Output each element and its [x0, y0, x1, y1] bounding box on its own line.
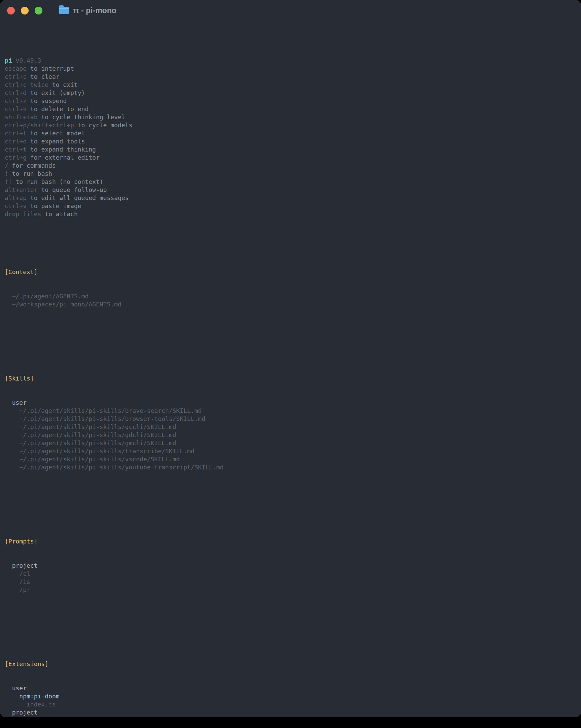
terminal-line: ctrl+k to delete to end	[0, 105, 581, 113]
terminal-line: ~/.pi/agent/skills/pi-skills/gdcli/SKILL…	[0, 431, 581, 439]
section-header-context: [Context]	[0, 268, 581, 276]
section-extensions: [Extensions] user npm:pi-doom index.ts p…	[0, 644, 581, 717]
terminal-line: pi v0.49.3	[0, 57, 581, 64]
terminal-line: ctrl+o to expand tools	[0, 137, 581, 146]
extensions-items: user npm:pi-doom index.ts project ~/work…	[0, 684, 581, 717]
section-header-skills: [Skills]	[0, 374, 581, 383]
terminal-line: ~/.pi/agent/skills/pi-skills/gmcli/SKILL…	[0, 439, 581, 447]
terminal-line: / for commands	[0, 162, 581, 170]
terminal-line: drop files to attach	[0, 210, 581, 218]
terminal-line: ctrl+g for external editor	[0, 154, 581, 162]
terminal-line: ~/workspaces/pi-mono/AGENTS.md	[0, 301, 581, 308]
terminal-content: pi v0.49.3escape to interruptctrl+c to c…	[0, 21, 581, 717]
terminal-line: ~/.pi/agent/skills/pi-skills/youtube-tra…	[0, 463, 581, 471]
section-context: [Context] ~/.pi/agent/AGENTS.md ~/worksp…	[0, 252, 581, 324]
terminal-window: π - pi-mono pi v0.49.3escape to interrup…	[0, 0, 581, 717]
terminal-line: ~/.pi/agent/skills/pi-skills/vscode/SKIL…	[0, 455, 581, 463]
terminal-line: ctrl+c twice to exit	[0, 81, 581, 89]
folder-icon	[59, 7, 69, 14]
terminal-line: ctrl+t to expand thinking	[0, 146, 581, 154]
terminal-line: user	[0, 399, 581, 407]
terminal-line: npm:pi-doom	[0, 692, 581, 700]
terminal-line: escape to interrupt	[0, 64, 581, 73]
title-bar: π - pi-mono	[0, 0, 581, 21]
terminal-line: shift+tab to cycle thinking level	[0, 113, 581, 121]
maximize-window-button[interactable]	[35, 7, 43, 15]
banner: pi v0.49.3escape to interruptctrl+c to c…	[0, 57, 581, 218]
close-window-button[interactable]	[7, 7, 15, 15]
terminal-line: ~/.pi/agent/skills/pi-skills/browser-too…	[0, 415, 581, 423]
terminal-line: ~/workspaces/pi-mono/.pi/extensions/diff…	[0, 717, 581, 717]
terminal-line: ctrl+z to suspend	[0, 97, 581, 105]
terminal-line: project	[0, 562, 581, 570]
context-paths: ~/.pi/agent/AGENTS.md ~/workspaces/pi-mo…	[0, 292, 581, 308]
terminal-line: ctrl+p/shift+ctrl+p to cycle models	[0, 121, 581, 129]
terminal-line: index.ts	[0, 700, 581, 708]
terminal-line: ctrl+l to select model	[0, 129, 581, 137]
terminal-line: alt+up to edit all queued messages	[0, 194, 581, 202]
prompts-items: project /cl /is /pr	[0, 562, 581, 594]
terminal-line: user	[0, 684, 581, 692]
minimize-window-button[interactable]	[21, 7, 29, 15]
section-header-prompts: [Prompts]	[0, 538, 581, 546]
terminal-line: /pr	[0, 586, 581, 594]
terminal-line: /is	[0, 578, 581, 586]
terminal-line: ~/.pi/agent/skills/pi-skills/transcribe/…	[0, 447, 581, 455]
terminal-line: ctrl+c to clear	[0, 73, 581, 81]
section-skills: [Skills] user ~/.pi/agent/skills/pi-skil…	[0, 358, 581, 488]
terminal-line: ~/.pi/agent/skills/pi-skills/gccli/SKILL…	[0, 423, 581, 431]
terminal-line: ~/.pi/agent/skills/pi-skills/brave-searc…	[0, 407, 581, 415]
terminal-line: ! to run bash	[0, 170, 581, 178]
terminal-line: alt+enter to queue follow-up	[0, 186, 581, 194]
section-header-extensions: [Extensions]	[0, 660, 581, 668]
terminal-line: ctrl+v to paste image	[0, 202, 581, 210]
window-title: π - pi-mono	[73, 6, 116, 15]
terminal-line: /cl	[0, 570, 581, 578]
terminal-line: project	[0, 708, 581, 717]
terminal-line: ctrl+d to exit (empty)	[0, 89, 581, 97]
skills-paths: user ~/.pi/agent/skills/pi-skills/brave-…	[0, 399, 581, 471]
screen: { "title_bar": { "title": "π - pi-mono" …	[0, 0, 581, 728]
terminal-line: ~/.pi/agent/AGENTS.md	[0, 292, 581, 301]
section-prompts: [Prompts] project /cl /is /pr	[0, 521, 581, 610]
terminal-line: !! to run bash (no context)	[0, 178, 581, 186]
